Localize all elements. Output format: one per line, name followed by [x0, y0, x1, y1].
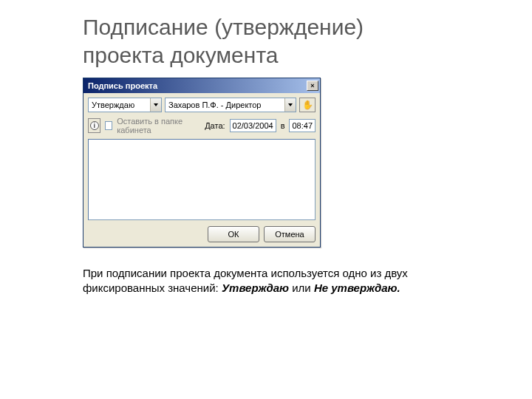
chevron-down-icon[interactable] — [150, 98, 161, 112]
slide-title: Подписание (утверждение) проекта докумен… — [83, 13, 364, 69]
title-line-2: проекта документа — [83, 43, 278, 67]
at-label: в — [281, 121, 285, 130]
pick-signer-button[interactable]: ✋ — [299, 98, 316, 112]
title-line-1: Подписание (утверждение) — [83, 15, 364, 39]
signer-combo[interactable]: Захаров П.Ф. - Директор — [165, 98, 296, 112]
hand-icon: ✋ — [302, 100, 313, 110]
caption-mid: или — [289, 282, 314, 294]
info-icon: i — [90, 121, 99, 130]
caption-option-2: Не утверждаю. — [314, 282, 400, 294]
ok-button[interactable]: ОК — [208, 226, 259, 242]
action-combo-value: Утверждаю — [89, 100, 150, 109]
close-button[interactable]: × — [307, 81, 318, 91]
dialog-buttons: ОК Отмена — [83, 220, 320, 247]
dialog-sign-project: Подпись проекта × Утверждаю Захаров П.Ф.… — [83, 78, 321, 248]
info-button[interactable]: i — [88, 118, 100, 133]
dialog-title: Подпись проекта — [88, 81, 307, 90]
keep-in-folder-label: Оставить в папке кабинета — [117, 117, 196, 134]
time-field[interactable]: 08:47 — [289, 119, 316, 132]
row-options: i Оставить в папке кабинета Дата: 02/03/… — [83, 115, 320, 139]
keep-in-folder-checkbox[interactable] — [105, 121, 112, 130]
date-field[interactable]: 02/03/2004 — [230, 119, 276, 132]
slide-caption: При подписании проекта документа использ… — [83, 266, 452, 296]
row-selectors: Утверждаю Захаров П.Ф. - Директор ✋ — [83, 93, 320, 115]
signer-combo-value: Захаров П.Ф. - Директор — [166, 100, 284, 109]
action-combo[interactable]: Утверждаю — [88, 98, 162, 112]
comment-textarea[interactable] — [88, 139, 316, 220]
cancel-button[interactable]: Отмена — [264, 226, 316, 242]
caption-option-1: Утверждаю — [222, 282, 289, 294]
titlebar[interactable]: Подпись проекта × — [83, 78, 320, 93]
chevron-down-icon[interactable] — [284, 98, 296, 112]
date-label: Дата: — [205, 121, 225, 130]
